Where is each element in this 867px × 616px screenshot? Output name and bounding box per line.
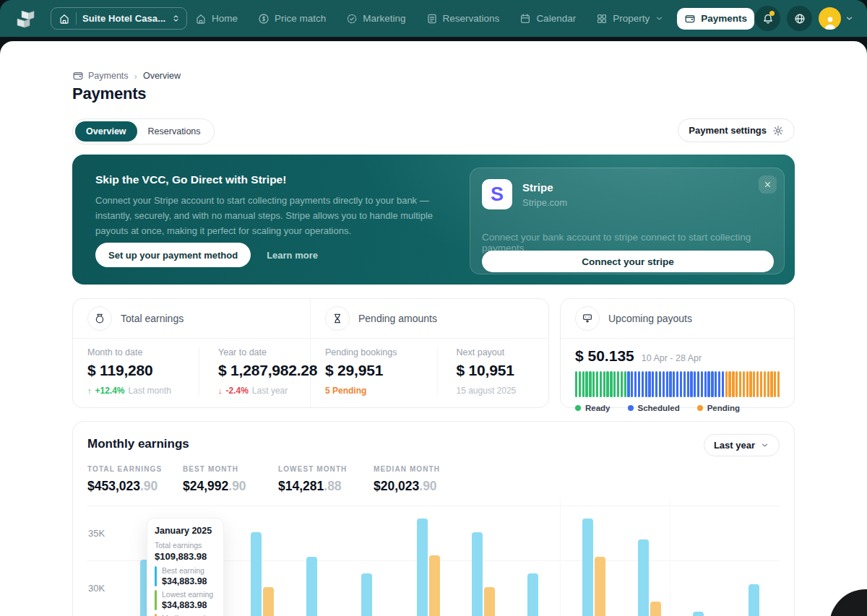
- close-banner-button[interactable]: [759, 175, 777, 194]
- chart-bar-best_earning-jun[interactable]: [417, 519, 428, 616]
- top-navbar: Suite Hotel Casa... HomePrice matchMarke…: [0, 0, 867, 37]
- nav-item-home[interactable]: Home: [188, 8, 245, 30]
- nav-item-calendar[interactable]: Calendar: [512, 8, 583, 30]
- stat-plain-note: 15 august 2025: [457, 386, 517, 396]
- payout-tick-ready: [617, 371, 619, 397]
- payout-tick-scheduled: [669, 371, 671, 397]
- payment-settings-button[interactable]: Payment settings: [678, 118, 795, 142]
- property-selector[interactable]: Suite Hotel Casa...: [51, 7, 187, 30]
- chart-bar-best_earning-apr[interactable]: [306, 557, 317, 616]
- summary-stat-main: $453,023: [87, 479, 140, 493]
- main-nav: HomePrice matchMarketingReservationsCale…: [188, 0, 754, 37]
- language-button[interactable]: [787, 6, 812, 31]
- payout-tick-ready: [600, 371, 602, 397]
- payout-tick-pending: [732, 371, 734, 397]
- payout-tick-scheduled: [704, 371, 707, 397]
- summary-stat-label: BEST MONTH: [183, 465, 264, 473]
- tab-overview[interactable]: Overview: [75, 121, 137, 142]
- chart-bar-best_earning-sep[interactable]: [582, 519, 593, 616]
- legend-label: Scheduled: [638, 404, 680, 412]
- tooltip-total-label: Total earnings: [155, 541, 216, 550]
- legend-item-scheduled: Scheduled: [628, 404, 680, 412]
- period-selector[interactable]: Last year: [704, 434, 780, 456]
- banner-description: Connect your Stripe account to start col…: [95, 194, 441, 238]
- nav-item-price-match[interactable]: Price match: [251, 8, 333, 30]
- nav-item-label: Marketing: [363, 13, 405, 24]
- breadcrumb-payments-link[interactable]: Payments: [72, 70, 129, 82]
- price-match-icon: [258, 13, 269, 25]
- payout-tick-ready: [582, 371, 585, 397]
- stat-value: $ 1,287,982.28: [218, 362, 310, 379]
- nav-item-label: Home: [212, 13, 238, 24]
- payout-tick-scheduled: [711, 371, 713, 397]
- money-bag-icon: [94, 313, 105, 324]
- chart-bar-best_earning-jul[interactable]: [472, 532, 483, 616]
- chart-bar-best_earning-may[interactable]: [361, 573, 372, 616]
- summary-stat-value: $20,023.90: [374, 479, 454, 494]
- nav-item-reservations[interactable]: Reservations: [419, 8, 507, 30]
- chart-bar-median_earning-sep[interactable]: [595, 557, 605, 616]
- payout-tick-pending: [777, 371, 780, 397]
- gear-icon: [772, 125, 784, 136]
- payout-tick-scheduled: [687, 371, 689, 397]
- stripe-logo: S: [482, 179, 512, 209]
- nav-item-marketing[interactable]: Marketing: [339, 8, 413, 30]
- chart-bar-median_earning-mar[interactable]: [263, 587, 274, 616]
- setup-payment-method-button[interactable]: Set up your payment method: [95, 243, 251, 267]
- chart-bar-best_earning-dec[interactable]: [749, 584, 759, 616]
- stat-label: Month to date: [87, 347, 199, 357]
- summary-stat-label: TOTAL EARNINGS: [87, 465, 168, 473]
- total-earnings-columns: Month to date$ 119,280↑+12.4%Last monthY…: [73, 339, 310, 396]
- notifications-button[interactable]: [755, 6, 780, 31]
- tab-reservations[interactable]: Reservations: [137, 121, 212, 142]
- payout-tick-scheduled: [631, 371, 633, 397]
- tooltip-item-text: Lowest earning$34,883.98: [162, 590, 213, 610]
- summary-stat-label: LOWEST MONTH: [278, 465, 359, 473]
- account-menu[interactable]: [819, 7, 854, 30]
- chart-bar-median_earning-jul[interactable]: [484, 587, 495, 616]
- chart-bar-median_earning-jun[interactable]: [429, 555, 440, 616]
- home-icon: [195, 13, 207, 25]
- upcoming-payouts-card: Upcoming payouts $ 50.135 10 Apr - 28 Ap…: [560, 298, 795, 408]
- chart-bar-best_earning-aug[interactable]: [527, 573, 538, 616]
- chevron-down-icon: [760, 441, 769, 450]
- nav-item-payments[interactable]: Payments: [677, 8, 754, 30]
- payout-tick-ready: [606, 371, 608, 397]
- legend-dot: [575, 405, 581, 411]
- breadcrumb-current: Overview: [143, 71, 181, 81]
- summary-stat-main: $24,992: [183, 479, 228, 493]
- app-window: Suite Hotel Casa... HomePrice matchMarke…: [0, 0, 867, 616]
- home-icon: [59, 13, 70, 25]
- payout-tick-ready: [624, 371, 626, 397]
- chart-bar-median_earning-oct[interactable]: [650, 602, 661, 616]
- payout-tick-pending: [774, 371, 776, 397]
- payout-tick-ready: [603, 371, 605, 397]
- payout-tick-scheduled: [634, 371, 637, 397]
- payout-tick-pending: [746, 371, 749, 397]
- stat-label: Next payout: [457, 347, 549, 357]
- payout-tick-ready: [596, 371, 598, 397]
- stripe-name: Stripe: [522, 181, 553, 194]
- chart-bar-best_earning-oct[interactable]: [638, 539, 649, 616]
- payout-amount: $ 50.135: [575, 347, 634, 365]
- brand-logo-icon[interactable]: [12, 5, 39, 32]
- stat-column: Month to date$ 119,280↑+12.4%Last month: [87, 347, 199, 396]
- legend-label: Ready: [585, 404, 611, 412]
- connect-stripe-button[interactable]: Connect your stripe: [482, 251, 774, 272]
- chevron-down-icon: [655, 14, 664, 23]
- nav-item-label: Payments: [701, 13, 747, 24]
- nav-item-property[interactable]: Property: [589, 8, 671, 30]
- summary-stat-decimal: .90: [228, 479, 246, 493]
- pending-amounts-section: Pending amounts Pending bookings$ 29,951…: [311, 299, 548, 407]
- stat-delta: -2.4%: [226, 386, 249, 396]
- close-icon: [764, 181, 772, 188]
- earnings-pending-card: Total earnings Month to date$ 119,280↑+1…: [72, 298, 549, 408]
- learn-more-link[interactable]: Learn more: [267, 250, 318, 261]
- stat-accent-note: 5 Pending: [325, 386, 366, 396]
- chart-bar-best_earning-mar[interactable]: [251, 532, 262, 616]
- summary-stat-decimal: .90: [140, 479, 158, 493]
- stat-column: Year to date$ 1,287,982.28↓-2.4%Last yea…: [199, 347, 310, 396]
- chart-bar-best_earning-nov[interactable]: [693, 612, 704, 616]
- payout-tick-scheduled: [707, 371, 709, 397]
- payout-tick-scheduled: [659, 371, 661, 397]
